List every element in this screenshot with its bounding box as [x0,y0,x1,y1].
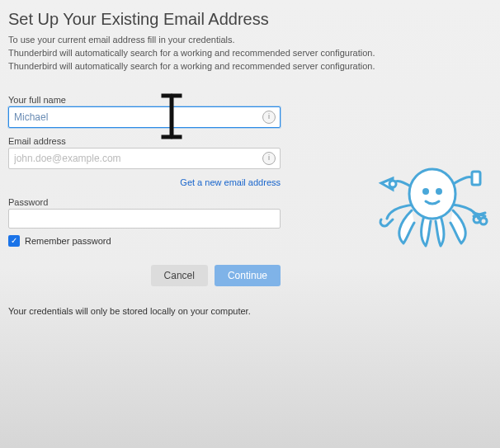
fullname-input[interactable] [8,106,281,128]
info-icon[interactable]: i [262,152,276,165]
remember-checkbox[interactable]: ✓ [8,235,20,247]
desc-line-3: Thunderbird will automatically search fo… [8,60,492,73]
svg-rect-9 [472,172,480,185]
svg-point-8 [389,181,396,187]
button-row: Cancel Continue [8,265,284,286]
octopus-illustration [375,140,490,256]
password-input[interactable] [8,209,281,229]
footnote: Your credentials will only be stored loc… [8,306,492,316]
svg-point-11 [480,218,487,224]
desc-line-2: Thunderbird will automatically search fo… [8,47,492,60]
email-label: Email address [8,136,281,146]
info-icon[interactable]: i [262,111,276,124]
page-description: To use your current email address fill i… [8,34,492,73]
new-email-link[interactable]: Get a new email address [180,177,281,187]
remember-password-row[interactable]: ✓ Remember password [8,235,281,247]
desc-line-1: To use your current email address fill i… [8,34,492,47]
remember-label: Remember password [25,236,111,246]
svg-point-6 [422,188,429,195]
email-input[interactable] [8,148,281,169]
svg-point-7 [436,188,442,195]
password-label: Password [8,197,281,207]
setup-form: Your full name i Email address i Get a n… [8,95,281,247]
fullname-label: Your full name [8,95,281,105]
continue-button[interactable]: Continue [215,265,281,286]
svg-point-5 [409,169,455,219]
cancel-button[interactable]: Cancel [151,265,208,286]
page-title: Set Up Your Existing Email Address [8,10,492,29]
